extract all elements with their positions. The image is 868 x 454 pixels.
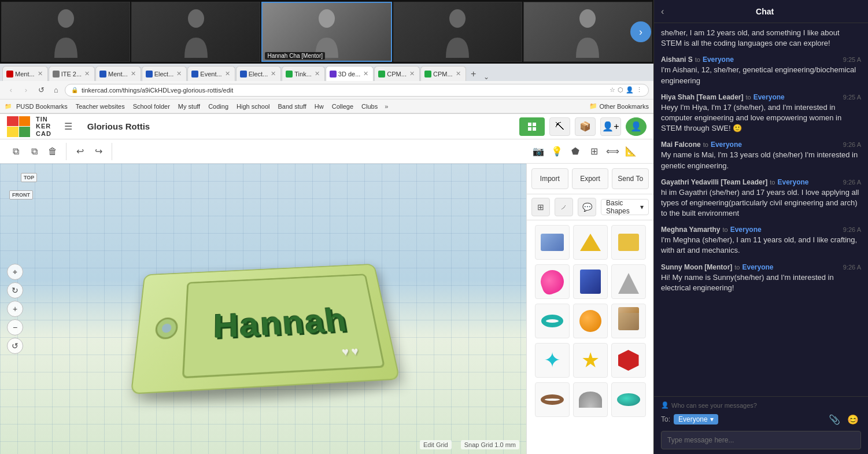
send-to-button[interactable]: Send To [612,168,649,189]
reset-view-button[interactable]: ⌖ [7,264,23,280]
export-button[interactable]: Export [572,168,609,189]
fit-view-button[interactable]: ↺ [7,338,23,354]
tab-close-8[interactable]: ✕ [362,70,370,77]
redo-button[interactable]: ↪ [90,143,107,160]
address-bar[interactable]: 🔒 tinkercad.com/things/a9iCkHDLveg-glori… [65,84,649,97]
video-thumb-3[interactable]: Hannah Cha [Mentor] [261,2,391,62]
tab-mentor-1[interactable]: Ment... ✕ [2,66,48,81]
profile-avatar[interactable]: 👤 [626,117,647,136]
zoom-in-button[interactable]: + [7,301,23,317]
undo-button[interactable]: ↩ [71,143,88,160]
tab-close-7[interactable]: ✕ [313,70,321,77]
shape-item-brown-ring[interactable] [535,382,570,417]
tinkercad-logo[interactable] [7,116,30,137]
paste-button[interactable]: ⧉ [25,143,43,160]
shape-item-torus[interactable] [535,304,570,338]
delete-button[interactable]: 🗑 [44,143,61,160]
shape-item-cyan-star[interactable]: ✦ [535,343,570,378]
nav-back-button[interactable]: ‹ [5,84,17,97]
video-thumb-4[interactable] [393,2,522,62]
video-thumb-1[interactable] [1,2,130,62]
pickaxe-button[interactable]: ⛏ [549,117,570,136]
tab-close-6[interactable]: ✕ [269,70,277,77]
tab-overflow[interactable]: ⌄ [483,73,489,81]
shape-item-partially-visible-2[interactable] [573,225,608,260]
tab-close-1[interactable]: ✕ [36,70,44,77]
tab-3d-design[interactable]: 3D de... ✕ [326,66,374,81]
tab-cpm-2[interactable]: CPM... ✕ [420,66,466,81]
bookmarks-more[interactable]: » [382,102,390,111]
light-button[interactable]: 💡 [548,143,566,160]
nav-forward-button[interactable]: › [20,84,32,97]
mirror-button[interactable]: ⟺ [604,143,621,160]
shape-item-blue-box[interactable] [573,264,608,299]
chat-attachment-button[interactable]: 📎 [826,411,843,427]
tab-close-5[interactable]: ✕ [224,70,231,77]
tab-add-button[interactable]: + [467,67,481,81]
grid-view-button[interactable] [519,117,545,136]
box-button[interactable]: 📦 [575,117,596,136]
cube-top-face[interactable]: TOP [21,173,37,182]
chat-to-dropdown[interactable]: Everyone ▾ [674,414,718,425]
zoom-out-button[interactable]: − [7,319,23,335]
tab-elect-2[interactable]: Elect... ✕ [236,66,282,81]
tab-ite[interactable]: ITE 2... ✕ [49,66,95,81]
perspective-btn[interactable]: ⟋ [555,198,573,216]
bookmark-mystuff[interactable]: My stuff [175,102,204,111]
tab-mentor-2[interactable]: Ment... ✕ [95,66,141,81]
view-cube[interactable]: TOP FRONT [9,173,56,219]
bookmark-teacher[interactable]: Teacher websites [72,102,128,111]
camera-button[interactable]: 📷 [530,143,547,160]
align-button[interactable]: ⊞ [585,143,603,160]
shape-item-teal-ellipse[interactable] [611,382,646,417]
bookmark-clubs[interactable]: Clubs [358,102,381,111]
shape-item-pink[interactable] [535,264,570,299]
tab-close-2[interactable]: ✕ [83,70,91,77]
bookmark-school[interactable]: School folder [130,102,173,111]
viewport-3d[interactable]: TOP FRONT ⌖ ↻ + − ↺ [0,164,526,454]
tab-event[interactable]: Event... ✕ [187,66,235,81]
bookmark-pusd[interactable]: PUSD Bookmarks [13,102,71,111]
cube-front-face[interactable]: FRONT [9,190,33,200]
message-btn[interactable]: 💬 [578,198,596,216]
shape-item-red-hex[interactable] [611,343,646,378]
person-add-button[interactable]: 👤+ [600,117,621,136]
snap-grid-label[interactable]: Snap Grid 1.0 mm [461,440,519,449]
copy-button[interactable]: ⧉ [7,143,24,160]
more-icon[interactable]: ⋮ [636,86,642,94]
shape-item-partially-visible-3[interactable] [611,225,646,260]
extensions-icon[interactable]: ⬡ [618,86,623,94]
shape-item-silver-half[interactable] [573,382,608,417]
chat-message-input[interactable] [661,431,861,449]
profile-icon[interactable]: 👤 [626,86,634,94]
bookmark-hw[interactable]: Hw [311,102,327,111]
shape-item-partially-visible-1[interactable] [535,225,570,260]
nav-home-button[interactable]: ⌂ [50,84,62,97]
edit-grid-button[interactable]: Edit Grid [420,440,452,449]
shape-item-cone[interactable] [611,264,646,299]
hamburger-menu[interactable]: ☰ [60,118,77,135]
shape-item-orange-sphere[interactable] [573,304,608,338]
nav-reload-button[interactable]: ↺ [35,84,47,97]
tab-elect-1[interactable]: Elect... ✕ [142,66,187,81]
category-selector[interactable]: Basic Shapes ▾ [601,199,649,215]
tab-tink[interactable]: Tink... ✕ [282,66,325,81]
tab-cpm-1[interactable]: CPM... ✕ [374,66,420,81]
chat-collapse-button[interactable]: ‹ [661,6,664,17]
bookmark-highschool[interactable]: High school [233,102,273,111]
shape-item-tan-box[interactable] [611,304,646,338]
bookmark-coding[interactable]: Coding [205,102,232,111]
shape-button[interactable]: ⬟ [567,143,584,160]
bookmark-college[interactable]: College [328,102,357,111]
measure-button[interactable]: 📐 [622,143,640,160]
rotate-button[interactable]: ↻ [7,282,23,298]
tab-close-10[interactable]: ✕ [455,70,462,77]
bookmark-star-icon[interactable]: ☆ [610,86,615,94]
import-button[interactable]: Import [531,168,568,189]
other-bookmarks[interactable]: 📁 Other Bookmarks [589,102,649,110]
tab-close-4[interactable]: ✕ [175,70,183,77]
tab-close-9[interactable]: ✕ [408,70,416,77]
chat-emoji-button[interactable]: 😊 [845,411,861,427]
tab-close-3[interactable]: ✕ [130,70,137,77]
video-nav-next[interactable]: › [630,21,651,42]
